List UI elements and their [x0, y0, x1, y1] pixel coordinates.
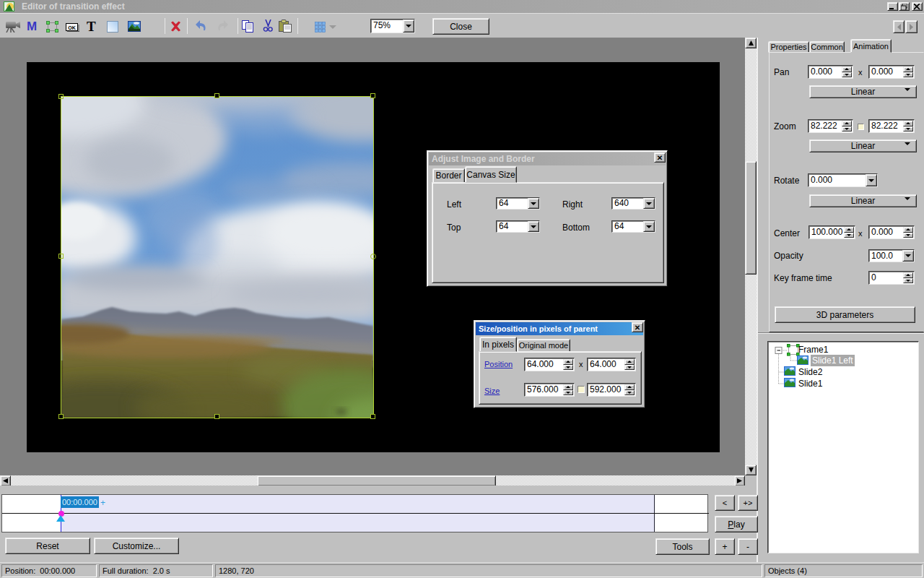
svg-text:OK: OK	[68, 25, 76, 30]
